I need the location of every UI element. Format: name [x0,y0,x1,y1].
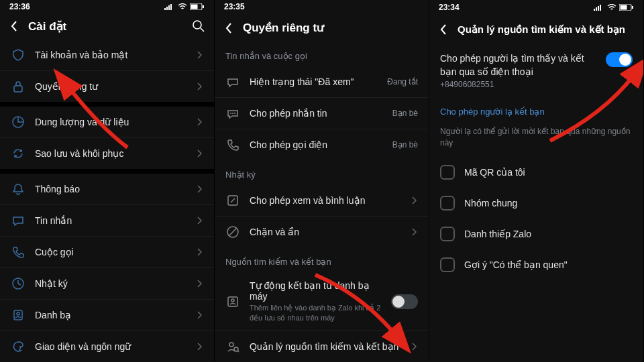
row-account-security[interactable]: Tài khoản và bảo mật [0,40,214,71]
option-label: Gợi ý "Có thể bạn quen" [464,259,568,270]
contacts-icon [11,308,25,322]
chevron-right-icon [411,228,418,236]
chevron-right-icon [197,118,203,126]
signal-icon [164,3,175,10]
section-header: Cho phép người lạ kết bạn [429,97,643,122]
pie-icon [11,115,25,129]
chevron-right-icon [197,149,203,158]
chevron-right-icon [197,185,203,193]
row-calls[interactable]: Cuộc gọi [0,237,214,268]
row-manage-sources[interactable]: Quản lý nguồn tìm kiếm và kết bạn [215,331,429,362]
pane-settings: 23:36 Cài đặt Tài khoản và bảo mật [0,0,215,362]
option-label: Nhóm chung [464,198,517,208]
header: Cài đặt [0,13,214,40]
page-title: Quyền riêng tư [243,21,421,35]
svg-rect-30 [621,5,627,10]
row-status: Bạn bè [392,140,418,149]
row-backup[interactable]: Sao lưu và khôi phục [0,138,214,169]
chevron-right-icon [411,196,418,204]
row-allow-message[interactable]: Cho phép nhắn tin Bạn bè [215,98,429,129]
svg-point-21 [231,299,234,302]
section-header: Nguồn tìm kiếm và kết bạn [215,247,429,272]
option-qr[interactable]: Mã QR của tôi [429,157,643,188]
svg-rect-1 [166,7,168,10]
svg-rect-3 [170,4,172,10]
lock-icon [11,79,25,94]
status-icons [594,4,634,11]
row-privacy[interactable]: Quyền riêng tư [0,71,214,102]
status-time: 23:34 [439,3,460,12]
option-group[interactable]: Nhóm chung [429,188,643,219]
row-label: Thông báo [35,184,187,194]
svg-point-7 [193,21,201,29]
svg-rect-6 [203,5,204,8]
battery-icon [190,3,205,10]
svg-rect-27 [598,6,599,11]
svg-line-19 [229,228,237,236]
option-label: Mã QR của tôi [464,167,525,178]
battery-icon [619,4,634,11]
row-timeline[interactable]: Nhật ký [0,268,214,300]
row-allow-call[interactable]: Cho phép gọi điện Bạn bè [215,129,429,160]
checkbox-icon [440,196,455,210]
status-bar: 23:35 [215,0,429,14]
bell-icon [11,182,25,196]
row-auto-friend[interactable]: Tự động kết bạn từ danh bạ máy Thêm liên… [215,272,429,331]
toggle-title: Cho phép người lạ tìm thấy và kết bạn qu… [440,52,598,78]
row-contacts[interactable]: Danh bạ [0,300,214,331]
user-search-icon [225,339,240,354]
chat-icon [225,74,240,89]
row-label: Tự động kết bạn từ danh bạ máy [250,280,382,302]
row-label: Chặn và ẩn [250,227,402,237]
section-header: Tin nhắn và cuộc gọi [215,42,429,66]
back-button[interactable] [437,23,449,36]
chevron-right-icon [411,343,418,351]
svg-line-8 [201,28,204,32]
row-seen-status[interactable]: Hiện trạng thái "Đã xem" Đang tắt [215,66,429,98]
svg-point-16 [234,113,235,114]
row-block-hide[interactable]: Chặn và ẩn [215,217,429,247]
toggle-auto-friend[interactable] [391,294,418,309]
chat-dots-icon [225,106,240,121]
edit-icon [225,193,240,208]
row-appearance[interactable]: Giao diện và ngôn ngữ [0,331,214,362]
svg-line-24 [237,351,239,352]
row-label: Nhật ký [35,278,187,289]
row-find-by-phone: Cho phép người lạ tìm thấy và kết bạn qu… [429,44,643,97]
pane-manage-sources: 23:34 Quản lý nguồn tìm kiếm và kết bạn … [429,0,644,362]
row-label: Tin nhắn [35,215,187,226]
wifi-icon [607,4,616,11]
row-notifications[interactable]: Thông báo [0,174,214,205]
back-button[interactable] [223,22,235,34]
svg-point-14 [230,113,231,114]
option-card[interactable]: Danh thiếp Zalo [429,219,643,249]
checkbox-icon [440,165,455,180]
option-suggest[interactable]: Gợi ý "Có thể bạn quen" [429,249,643,280]
chevron-right-icon [197,248,203,256]
row-label: Cho phép gọi điện [250,139,383,150]
toggle-find-by-phone[interactable] [606,52,633,67]
wifi-icon [178,3,187,10]
svg-point-13 [17,312,19,315]
status-time: 23:35 [224,2,245,11]
row-messages[interactable]: Tin nhắn [0,205,214,237]
contacts-sync-icon [225,294,240,309]
svg-point-15 [232,113,233,114]
phone-icon [225,137,240,152]
svg-rect-31 [632,6,633,9]
section-header: Nhật ký [215,160,429,185]
row-storage[interactable]: Dung lượng và dữ liệu [0,107,214,138]
row-label: Giao diện và ngôn ngữ [35,341,187,352]
search-icon[interactable] [191,19,206,34]
block-icon [225,225,240,239]
back-button[interactable] [8,20,20,32]
row-label: Quyền riêng tư [35,81,187,92]
row-label: Cho phép nhắn tin [250,108,383,119]
checkbox-icon [440,257,455,272]
svg-rect-26 [596,7,597,11]
page-title: Quản lý nguồn tìm kiếm và kết bạn [458,23,635,36]
row-allow-view-comment[interactable]: Cho phép xem và bình luận [215,185,429,217]
row-label: Danh bạ [35,310,187,320]
option-label: Danh thiếp Zalo [464,229,531,239]
svg-rect-25 [594,9,595,11]
